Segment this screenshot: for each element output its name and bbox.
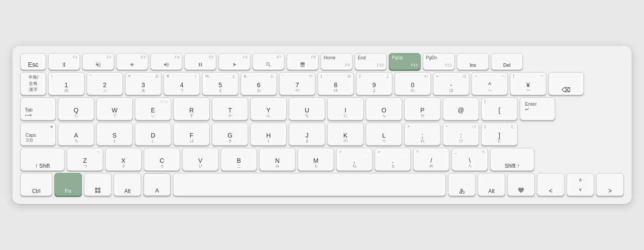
key-arrow-updown[interactable]: ∧ ∨ (567, 173, 594, 196)
key-f3[interactable]: F3 (116, 53, 148, 70)
key-z[interactable]: っ Z つ (67, 148, 103, 171)
key-7[interactable]: ' や 7 や (279, 72, 315, 95)
key-esc[interactable]: Esc (20, 53, 46, 70)
key-s[interactable]: S と (96, 123, 133, 146)
key-u[interactable]: U な (289, 97, 325, 120)
key-p[interactable]: P せ (404, 97, 441, 120)
key-f6[interactable]: F6 (218, 53, 250, 70)
fn-row: Esc F1 F2 F3 F4 F5 F6 (20, 53, 624, 70)
key-q[interactable]: Q た (58, 97, 94, 120)
key-w[interactable]: W て (96, 97, 133, 120)
key-b[interactable]: B こ (221, 148, 257, 171)
key-alt-right[interactable]: Alt (478, 173, 505, 196)
key-period[interactable]: > 。 . る (375, 148, 411, 171)
key-f7[interactable]: F7 (253, 53, 284, 70)
key-ime-off[interactable]: A (143, 173, 171, 196)
key-c[interactable]: C そ (144, 148, 180, 171)
key-heart[interactable] (507, 173, 535, 196)
keyboard: Esc F1 F2 F3 F4 F5 F6 (12, 46, 632, 204)
key-e[interactable]: いぃ E い (135, 97, 171, 120)
key-t[interactable]: T か (212, 97, 248, 120)
key-f11[interactable]: PgUp F11 (389, 53, 421, 70)
bottom-row: Ctrl Fn Alt A あ Alt < ∧ (20, 173, 624, 196)
key-l[interactable]: L り (366, 123, 402, 146)
key-i[interactable]: I に (327, 97, 364, 120)
key-bracket-close[interactable]: } む ] む (481, 123, 518, 146)
num-row: 半角/全角漢字 ! 1 ぬ " 2 ふ # あ 3 あ $ う 4 う (20, 72, 624, 95)
key-shift-right[interactable]: Shift ↑ (490, 148, 534, 171)
key-ime-on[interactable]: あ (448, 173, 475, 196)
key-9[interactable]: ) よ 9 よ (356, 72, 392, 95)
play-icon (231, 62, 238, 68)
key-f8[interactable]: F8 (287, 53, 318, 70)
bluetooth-icon (61, 62, 67, 68)
key-caret[interactable]: ~ へ ^ へ (472, 72, 508, 95)
key-f12[interactable]: PgDn F12 (423, 53, 455, 70)
key-f4[interactable]: F4 (150, 53, 182, 70)
key-g[interactable]: G き (212, 123, 248, 146)
key-minus[interactable]: = ほ - ほ (433, 72, 469, 95)
key-tab[interactable]: Tab ⟶ (20, 97, 56, 120)
key-alt-left[interactable]: Alt (114, 173, 141, 196)
key-ctrl[interactable]: Ctrl (20, 173, 52, 196)
key-o[interactable]: O ら (366, 97, 402, 120)
key-a[interactable]: A ち (58, 123, 94, 146)
tab-row: Tab ⟶ Q た W て いぃ E い R す T か Y ん U (20, 97, 624, 120)
key-0[interactable]: わ 0 わ (395, 72, 431, 95)
key-semicolon[interactable]: + ; れ (404, 123, 441, 146)
key-8[interactable]: ( ゆ 8 ゆ (318, 72, 354, 95)
key-space[interactable] (173, 173, 446, 196)
key-f[interactable]: F は (173, 123, 210, 146)
shift-row: ↑ Shift っ Z つ X さ C そ V ひ B こ N み M も (20, 148, 624, 171)
key-backspace[interactable]: ⌫ (548, 72, 584, 95)
play-pause-icon (197, 62, 203, 68)
key-j[interactable]: J ま (289, 123, 325, 146)
key-arrow-right[interactable]: > (596, 173, 624, 196)
display-icon (299, 62, 306, 68)
key-d[interactable]: D し (135, 123, 171, 146)
key-4[interactable]: $ う 4 う (164, 72, 200, 95)
key-f1[interactable]: F1 (48, 53, 80, 70)
key-1[interactable]: ! 1 ぬ (48, 72, 84, 95)
key-arrow-left[interactable]: < (537, 173, 564, 196)
key-f10[interactable]: End F10 (355, 53, 387, 70)
key-f5[interactable]: F5 (184, 53, 216, 70)
key-win[interactable] (84, 173, 111, 196)
caps-row: Caps 英数 A ち S と D し F は G き H く (20, 123, 624, 146)
key-5[interactable]: % え 5 え (202, 72, 238, 95)
key-ins[interactable]: Ins (457, 53, 489, 70)
key-3[interactable]: # あ 3 あ (125, 72, 161, 95)
key-shift-left[interactable]: ↑ Shift (20, 148, 65, 171)
key-m[interactable]: M も (298, 148, 334, 171)
key-y[interactable]: Y ん (250, 97, 287, 120)
key-yen[interactable]: | ー ¥ ー (510, 72, 546, 95)
key-6[interactable]: & お 6 お (241, 72, 277, 95)
key-hankaku[interactable]: 半角/全角漢字 (20, 72, 46, 95)
key-r[interactable]: R す (173, 97, 210, 120)
mute-icon (95, 62, 101, 68)
key-comma[interactable]: < 、 , ね (336, 148, 372, 171)
vol-up-icon (163, 62, 169, 68)
vol-down-icon (129, 62, 135, 68)
key-fn[interactable]: Fn (54, 173, 82, 196)
key-caps[interactable]: Caps 英数 (20, 123, 56, 146)
key-backslash[interactable]: _ ろ \ ろ (452, 148, 488, 171)
key-enter[interactable]: Enter ↵ (520, 97, 555, 120)
key-2[interactable]: " 2 ふ (87, 72, 123, 95)
key-bracket-open[interactable]: { 「 [ 「 (481, 97, 518, 120)
key-k[interactable]: K の (327, 123, 364, 146)
windows-icon (94, 187, 101, 194)
key-at[interactable]: ` @ ゛ (443, 97, 479, 120)
caps-indicator (50, 126, 53, 128)
heart-icon (518, 187, 525, 194)
key-colon[interactable]: * け : け (443, 123, 479, 146)
key-x[interactable]: X さ (105, 148, 142, 171)
key-v[interactable]: V ひ (182, 148, 218, 171)
key-h[interactable]: H く (250, 123, 287, 146)
key-slash[interactable]: ? ・ / め (413, 148, 449, 171)
key-f2[interactable]: F2 (82, 53, 114, 70)
key-del[interactable]: Del (491, 53, 523, 70)
key-f9[interactable]: Home F9 (321, 53, 353, 70)
key-n[interactable]: N み (259, 148, 295, 171)
search-icon (265, 62, 272, 68)
